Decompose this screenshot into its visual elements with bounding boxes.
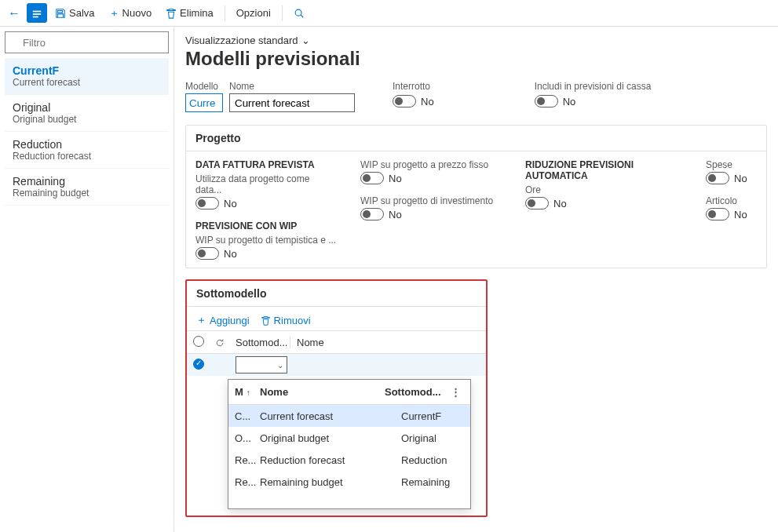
ore-toggle[interactable] — [525, 197, 549, 210]
trash-icon — [166, 8, 177, 19]
plus-icon: ＋ — [109, 6, 119, 20]
sidebar-item-original[interactable]: Original Original budget — [5, 95, 169, 132]
dd-m: C... — [235, 410, 260, 422]
dd-col-m[interactable]: M — [235, 386, 243, 398]
sottomodello-header: Sottomodello — [187, 281, 486, 307]
dd-row-remaining[interactable]: Re... Remaining budget Remaining — [228, 471, 470, 493]
wip-investimento-value: No — [389, 209, 402, 220]
spese-toggle[interactable] — [706, 172, 729, 184]
dd-row-original[interactable]: O... Original budget Original — [228, 427, 470, 449]
save-icon — [55, 8, 66, 19]
articolo-toggle[interactable] — [706, 208, 729, 220]
sidebar-item-title: CurrentF — [13, 64, 161, 77]
col-sottomodello[interactable]: Sottomod... — [236, 337, 290, 348]
sidebar-item-reduction[interactable]: Reduction Reduction forecast — [5, 132, 169, 169]
dd-row-currentf[interactable]: C... Current forecast CurrentF — [228, 405, 470, 427]
includi-label: Includi in previsioni di cassa — [535, 81, 652, 92]
ore-value: No — [553, 198, 567, 210]
delete-label: Elimina — [180, 7, 214, 19]
wip-investimento-toggle[interactable] — [360, 208, 384, 220]
sidebar-item-sub: Current forecast — [13, 77, 161, 88]
progetto-panel: Progetto DATA FATTURA PREVISTA Utilizza … — [185, 125, 767, 268]
delete-button[interactable]: Elimina — [159, 4, 220, 22]
dd-row-reduction[interactable]: Re... Reduction forecast Reduction — [228, 449, 470, 471]
svg-line-4 — [301, 15, 303, 17]
interrotto-label: Interrotto — [393, 81, 434, 92]
wip-prezzo-fisso-label: WIP su progetto a prezzo fisso — [360, 159, 502, 170]
sidebar-item-sub: Reduction forecast — [13, 151, 161, 162]
modello-input[interactable] — [185, 93, 223, 112]
sidebar-item-title: Remaining — [13, 175, 161, 188]
content-area: Visualizzazione standard ⌄ Modelli previ… — [174, 27, 778, 532]
dd-m: Re... — [235, 476, 260, 488]
wip-tempistica-toggle[interactable] — [195, 247, 219, 260]
edit-mode-button[interactable] — [27, 3, 47, 22]
svg-point-3 — [295, 9, 301, 16]
modello-label: Modello — [185, 81, 223, 92]
svg-rect-1 — [33, 13, 42, 15]
dd-m: O... — [235, 432, 260, 444]
sidebar-item-currentf[interactable]: CurrentF Current forecast — [5, 58, 169, 95]
save-button[interactable]: Salva — [49, 4, 101, 22]
row-checkbox[interactable] — [193, 359, 204, 370]
svg-rect-0 — [33, 10, 42, 12]
search-button[interactable] — [287, 5, 311, 22]
sidebar-item-sub: Remaining budget — [13, 188, 161, 199]
grid-row[interactable]: ⌄ — [187, 354, 486, 376]
dd-m: Re... — [235, 454, 260, 466]
options-button[interactable]: Opzioni — [230, 4, 277, 22]
sottomodello-dropdown[interactable]: ⌄ — [236, 356, 287, 373]
new-button[interactable]: ＋ Nuovo — [103, 3, 159, 24]
wip-investimento-label: WIP su progetto di investimento — [360, 195, 502, 206]
nome-input[interactable] — [229, 93, 355, 112]
sidebar-item-remaining[interactable]: Remaining Remaining budget — [5, 169, 169, 206]
col-nome[interactable]: Nome — [297, 337, 480, 348]
includi-value: No — [563, 96, 576, 107]
sidebar-item-title: Original — [13, 101, 161, 114]
dd-col-sotto[interactable]: Sottomod... — [385, 386, 447, 398]
interrotto-toggle[interactable] — [393, 95, 416, 107]
page-title: Modelli previsionali — [185, 48, 767, 70]
svg-rect-2 — [33, 16, 38, 17]
sidebar-item-title: Reduction — [13, 138, 161, 151]
dd-nome: Current forecast — [260, 410, 401, 422]
progetto-header: Progetto — [186, 126, 766, 151]
utilizza-data-toggle[interactable] — [195, 197, 219, 210]
dd-sotto: CurrentF — [401, 410, 464, 422]
wip-prezzo-fisso-toggle[interactable] — [360, 172, 384, 184]
back-button[interactable]: ← — [3, 3, 25, 24]
spese-label: Spese — [706, 159, 769, 170]
dd-nome: Original budget — [260, 432, 401, 444]
view-label: Visualizzazione standard — [185, 35, 298, 46]
new-label: Nuovo — [122, 7, 152, 19]
chevron-down-icon: ⌄ — [277, 361, 283, 370]
dd-nome: Remaining budget — [260, 476, 401, 488]
wip-tempistica-label: WIP su progetto di tempistica e ... — [195, 235, 337, 246]
includi-toggle[interactable] — [535, 95, 558, 107]
data-fattura-heading: DATA FATTURA PREVISTA — [195, 159, 337, 170]
remove-label: Rimuovi — [274, 315, 311, 326]
remove-button[interactable]: Rimuovi — [261, 313, 311, 327]
more-icon[interactable]: ⋮ — [447, 386, 464, 398]
dd-nome: Reduction forecast — [260, 454, 401, 466]
utilizza-data-label: Utilizza data progetto come data... — [195, 173, 337, 195]
spese-value: No — [734, 173, 747, 184]
view-selector[interactable]: Visualizzazione standard ⌄ — [185, 35, 767, 46]
refresh-icon[interactable] — [215, 337, 229, 348]
trash-icon — [261, 315, 271, 326]
sort-asc-icon: ↑ — [246, 388, 250, 397]
select-all-checkbox[interactable] — [193, 336, 204, 347]
dd-col-nome[interactable]: Nome — [260, 386, 385, 398]
nome-label: Nome — [229, 81, 355, 92]
wip-prezzo-fisso-value: No — [389, 173, 402, 184]
ore-label: Ore — [525, 184, 682, 195]
options-label: Opzioni — [236, 7, 271, 19]
interrotto-value: No — [421, 96, 434, 107]
filter-input[interactable] — [5, 31, 169, 53]
add-button[interactable]: ＋Aggiungi — [196, 313, 250, 327]
dropdown-popup: M ↑ Nome Sottomod... ⋮ C... Current fore… — [228, 379, 471, 509]
top-toolbar: ← Salva ＋ Nuovo Elimina Opzioni — [0, 0, 778, 27]
search-icon — [294, 8, 305, 19]
utilizza-data-value: No — [224, 198, 237, 210]
toolbar-separator — [282, 5, 283, 21]
